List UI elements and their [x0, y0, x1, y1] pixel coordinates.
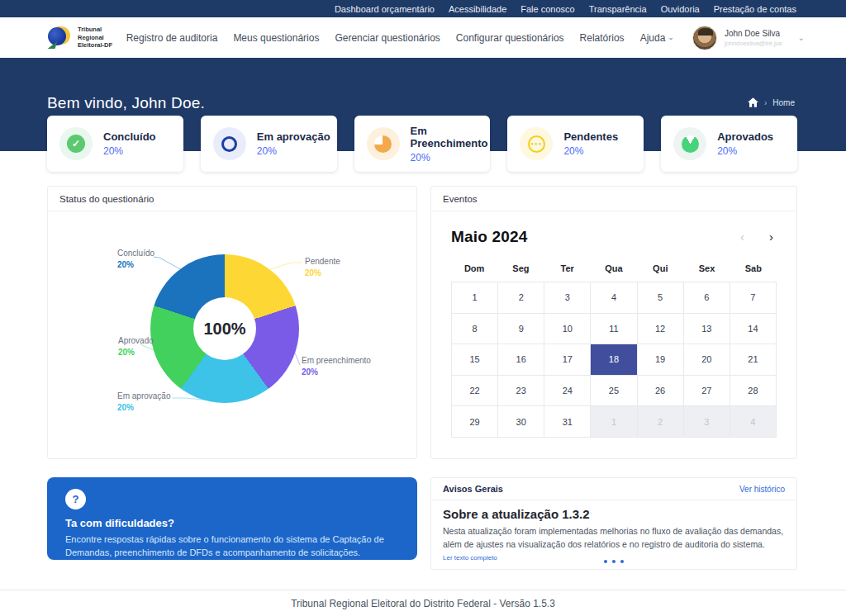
calendar-day[interactable]: 3 [684, 406, 730, 438]
calendar-day[interactable]: 28 [730, 376, 777, 407]
pie-label-value: 20% [118, 347, 154, 358]
calendar-day[interactable]: 24 [544, 376, 591, 407]
chevron-right-icon: › [98, 565, 101, 574]
calendar-day[interactable]: 21 [730, 344, 777, 376]
status-card-em-preenchimento[interactable]: Em Preenchimento20% [354, 116, 491, 172]
calendar-day[interactable]: 9 [498, 314, 544, 345]
nav-item-label: Registro de auditoria [126, 32, 218, 44]
calendar-day[interactable]: 1 [452, 282, 498, 314]
help-access-link[interactable]: Acessar › [65, 565, 399, 574]
nav-item-registro-de-auditoria[interactable]: Registro de auditoria [126, 32, 218, 44]
topbar-link-ouvidoria[interactable]: Ouvidoria [661, 4, 700, 14]
calendar-day[interactable]: 15 [452, 344, 498, 376]
pie-label-em-aprovacao: Em aprovação20% [117, 391, 170, 413]
status-icon-halo: ✓ [59, 127, 93, 160]
calendar-day[interactable]: 14 [730, 314, 777, 345]
view-history-link[interactable]: Ver histórico [739, 485, 785, 494]
events-panel-title: Eventos [431, 187, 796, 211]
calendar-day[interactable]: 17 [544, 344, 591, 376]
calendar-day[interactable]: 4 [730, 406, 777, 438]
pagination-dot[interactable] [620, 560, 624, 563]
calendar-day[interactable]: 2 [638, 406, 684, 438]
calendar-day[interactable]: 7 [730, 282, 777, 314]
pie-label-value: 20% [302, 367, 371, 378]
calendar-day[interactable]: 1 [591, 406, 637, 438]
status-card-concluido[interactable]: ✓Concluído20% [47, 116, 183, 172]
calendar-day-header-sab: Sab [730, 263, 777, 273]
notice-item-body: Nesta atualização foram implementadas me… [443, 525, 785, 552]
calendar-day[interactable]: 4 [591, 282, 637, 314]
calendar-day[interactable]: 22 [452, 376, 498, 407]
help-card-title: Ta com dificuldades? [65, 517, 399, 529]
nav-item-relatorios[interactable]: Relatórios [580, 32, 625, 44]
pie-label-name: Em preenchimento [302, 355, 371, 367]
calendar-day[interactable]: 5 [638, 282, 684, 314]
chart-panel-title: Status do questionário [48, 187, 416, 211]
calendar-day[interactable]: 27 [684, 376, 730, 407]
topbar-link-prestacao-de-contas[interactable]: Prestação de contas [714, 4, 796, 14]
pie-label-value: 20% [305, 268, 340, 279]
check-icon: ✓ [67, 135, 85, 153]
notice-item-title: Sobre a atualização 1.3.2 [443, 507, 785, 521]
calendar-day[interactable]: 23 [498, 376, 544, 407]
calendar-day[interactable]: 16 [498, 344, 544, 376]
calendar-grid: 1234567891011121314151617181920212223242… [451, 282, 777, 438]
calendar-prev-icon[interactable]: ‹ [740, 230, 744, 244]
calendar-day-selected[interactable]: 18 [591, 344, 637, 376]
nav-item-gerenciar-questionarios[interactable]: Gerenciar questionários [335, 32, 440, 44]
calendar-day[interactable]: 10 [544, 314, 591, 345]
status-card-value: 20% [411, 152, 491, 163]
breadcrumb-home[interactable]: Home [772, 98, 795, 107]
ellipsis-circle-icon: ●●● [528, 135, 545, 153]
pie-label-aprovado: Aprovado20% [118, 335, 154, 358]
calendar-day[interactable]: 13 [684, 314, 730, 345]
topbar-link-fale-conosco[interactable]: Fale conosco [520, 4, 574, 14]
nav-item-configurar-questionarios[interactable]: Configurar questionários [456, 32, 564, 44]
nav-item-meus-questionarios[interactable]: Meus questionários [233, 32, 319, 44]
breadcrumb-separator: › [764, 98, 767, 107]
calendar-day[interactable]: 11 [591, 314, 637, 345]
topbar-link-acessibilidade[interactable]: Acessibilidade [449, 4, 506, 14]
home-icon[interactable] [748, 97, 758, 107]
calendar-day[interactable]: 30 [498, 406, 544, 438]
calendar-day[interactable]: 12 [638, 314, 684, 345]
status-card-label: Aprovados [717, 130, 773, 143]
calendar-day[interactable]: 20 [684, 344, 730, 376]
tre-df-logo[interactable]: Tribunal Regional Eleitoral-DF [47, 26, 112, 49]
status-card-label: Pendentes [563, 130, 618, 143]
pagination-dot[interactable] [612, 560, 615, 563]
notices-pagination [431, 560, 796, 563]
pie-label-value: 20% [117, 259, 154, 271]
calendar-day[interactable]: 25 [591, 376, 637, 407]
main-nav: Registro de auditoriaMeus questionáriosG… [126, 32, 674, 44]
nav-item-ajuda[interactable]: Ajuda⌄ [640, 32, 674, 44]
topbar-link-transparencia[interactable]: Transparência [589, 4, 647, 14]
calendar-day[interactable]: 31 [544, 406, 591, 438]
calendar-day[interactable]: 6 [684, 282, 730, 314]
pie-label-name: Pendente [305, 256, 340, 268]
calendar-day[interactable]: 3 [544, 282, 591, 314]
user-subtitle: johndoesilva@tre.jus [725, 40, 782, 47]
calendar-next-icon[interactable]: › [769, 230, 773, 244]
pie-label-name: Aprovado [118, 335, 154, 347]
pie-label-em-preenchimento: Em preenchimento20% [302, 355, 371, 377]
question-icon: ? [65, 489, 86, 509]
calendar-day[interactable]: 2 [498, 282, 544, 314]
user-profile-menu[interactable]: John Doe Silva johndoesilva@tre.jus ⌄ [692, 26, 805, 50]
user-name: John Doe Silva [725, 29, 782, 38]
status-card-em-aprovacao[interactable]: Em aprovação20% [201, 116, 337, 172]
status-icon-halo [673, 127, 706, 160]
status-card-aprovados[interactable]: Aprovados20% [661, 116, 797, 172]
donut-center-value: 100% [203, 320, 245, 339]
calendar-day[interactable]: 29 [452, 406, 498, 438]
nav-item-label: Relatórios [580, 32, 625, 44]
calendar-day[interactable]: 8 [452, 314, 498, 345]
status-card-pendentes[interactable]: ●●●Pendentes20% [507, 116, 644, 172]
calendar-day[interactable]: 26 [638, 376, 684, 407]
status-card-value: 20% [563, 145, 618, 157]
calendar-day[interactable]: 19 [638, 344, 684, 376]
topbar-link-dashboard-orcamentario[interactable]: Dashboard orçamentário [335, 4, 435, 14]
pie-label-concluido: Concluído20% [117, 248, 154, 270]
help-card[interactable]: ? Ta com dificuldades? Encontre resposta… [47, 477, 417, 560]
pagination-dot[interactable] [604, 560, 607, 563]
